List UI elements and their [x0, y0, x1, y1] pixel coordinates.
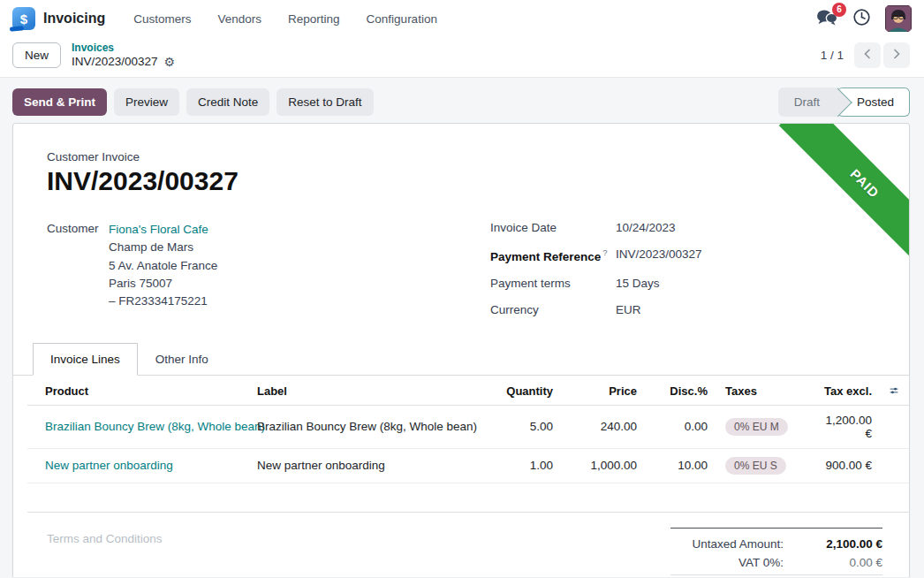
chevron-right-icon	[892, 49, 901, 62]
messages-button[interactable]: 6	[816, 9, 838, 29]
line-product-link[interactable]: New partner onboarding	[45, 459, 173, 472]
totals-divider	[670, 574, 882, 575]
breadcrumb-current: INV/2023/00327	[72, 55, 158, 69]
send-print-button[interactable]: Send & Print	[12, 88, 107, 116]
header-quantity[interactable]: Quantity	[487, 376, 562, 406]
untaxed-amount-value: 2,100.00 €	[784, 537, 882, 551]
control-panel: New Invoices INV/2023/00327 ⚙ 1 / 1	[0, 37, 924, 78]
line-product-link[interactable]: Brazilian Bouncy Brew (8kg, Whole bean)	[45, 420, 265, 433]
new-button[interactable]: New	[12, 42, 61, 68]
menu-customers[interactable]: Customers	[133, 12, 191, 26]
currency-value[interactable]: EUR	[616, 303, 875, 316]
menu-configuration[interactable]: Configuration	[367, 12, 437, 26]
breadcrumb-invoices-link[interactable]: Invoices	[72, 42, 175, 54]
invoice-line-row[interactable]: New partner onboarding New partner onboa…	[27, 448, 910, 483]
header-taxes[interactable]: Taxes	[716, 376, 809, 406]
customer-address-line: Paris 75007	[109, 275, 217, 293]
header-tax-excl[interactable]: Tax excl.	[809, 376, 881, 406]
line-label[interactable]: Brazilian Bouncy Brew (8kg, Whole bean)	[248, 405, 487, 448]
tab-invoice-lines[interactable]: Invoice Lines	[33, 343, 138, 376]
menu-reporting[interactable]: Reporting	[288, 12, 340, 26]
message-count-badge: 6	[832, 3, 846, 17]
activities-button[interactable]	[852, 8, 871, 29]
preview-button[interactable]: Preview	[114, 88, 179, 116]
app-name: Invoicing	[43, 11, 105, 27]
line-subtotal: 1,200.00 €	[809, 405, 881, 448]
table-header-row: Product Label Quantity Price Disc.% Taxe…	[27, 376, 910, 406]
totals-block: Untaxed Amount: 2,100.00 € VAT 0%: 0.00 …	[670, 528, 882, 578]
reset-to-draft-button[interactable]: Reset to Draft	[276, 88, 373, 116]
status-posted[interactable]: Posted	[837, 87, 910, 117]
gear-icon[interactable]: ⚙	[164, 56, 176, 68]
customer-address-line: 5 Av. Anatole France	[109, 257, 217, 275]
tax-badge[interactable]: 0% EU S	[725, 457, 786, 475]
chevron-left-icon	[863, 49, 872, 62]
line-quantity[interactable]: 5.00	[487, 405, 562, 448]
document-type-label: Customer Invoice	[47, 150, 875, 164]
line-subtotal: 900.00 €	[809, 448, 881, 483]
invoice-sheet: PAID Customer Invoice INV/2023/00327 Cus…	[12, 123, 910, 577]
terms-and-conditions-placeholder[interactable]: Terms and Conditions	[47, 532, 163, 578]
clock-icon	[852, 8, 871, 29]
help-question-icon: ?	[602, 247, 607, 257]
currency-label: Currency	[490, 303, 616, 316]
invoice-number: INV/2023/00327	[47, 166, 875, 196]
line-disc[interactable]: 10.00	[646, 448, 716, 483]
vat-label: VAT 0%:	[738, 556, 784, 569]
header-price[interactable]: Price	[562, 376, 646, 406]
customer-field-label: Customer	[47, 221, 109, 316]
pager-next-button[interactable]	[883, 42, 910, 68]
app-brand[interactable]: $ Invoicing	[12, 7, 105, 30]
optional-columns-icon[interactable]	[890, 384, 902, 397]
credit-note-button[interactable]: Credit Note	[186, 88, 269, 116]
notebook-tabs: Invoice Lines Other Info	[13, 343, 909, 376]
top-navbar: $ Invoicing Customers Vendors Reporting …	[0, 0, 924, 37]
tax-badge[interactable]: 0% EU M	[725, 418, 788, 436]
payment-terms-value[interactable]: 15 Days	[616, 277, 875, 290]
invoice-lines-table: Product Label Quantity Price Disc.% Taxe…	[27, 376, 910, 483]
menu-vendors[interactable]: Vendors	[218, 12, 262, 26]
main-menu: Customers Vendors Reporting Configuratio…	[133, 12, 437, 26]
line-price[interactable]: 240.00	[562, 405, 646, 448]
customer-name-link[interactable]: Fiona's Floral Cafe	[109, 221, 217, 239]
line-label[interactable]: New partner onboarding	[248, 448, 487, 483]
user-avatar[interactable]	[885, 5, 912, 32]
breadcrumb: Invoices INV/2023/00327 ⚙	[72, 42, 175, 69]
pager-count: 1 / 1	[821, 49, 844, 62]
untaxed-amount-label: Untaxed Amount:	[692, 537, 784, 551]
header-disc[interactable]: Disc.%	[646, 376, 716, 406]
invoice-date-value[interactable]: 10/24/2023	[616, 221, 875, 234]
table-empty-space[interactable]	[27, 483, 910, 513]
tab-other-info[interactable]: Other Info	[138, 343, 226, 376]
action-buttons-row: Send & Print Preview Credit Note Reset t…	[12, 87, 910, 117]
line-quantity[interactable]: 1.00	[487, 448, 562, 483]
customer-address-line: Champ de Mars	[109, 239, 217, 256]
line-disc[interactable]: 0.00	[646, 405, 716, 448]
customer-address-line: – FR23334175221	[109, 293, 217, 310]
pager-previous-button[interactable]	[854, 42, 881, 68]
invoice-line-row[interactable]: Brazilian Bouncy Brew (8kg, Whole bean) …	[27, 405, 910, 448]
invoicing-app-icon: $	[12, 7, 35, 30]
header-label[interactable]: Label	[248, 376, 487, 406]
statusbar: Draft Posted	[778, 87, 910, 117]
invoice-date-label: Invoice Date	[490, 221, 616, 234]
payment-terms-label: Payment terms	[490, 277, 616, 290]
payment-reference-value[interactable]: INV/2023/00327	[616, 247, 875, 263]
form-view: Send & Print Preview Credit Note Reset t…	[0, 78, 924, 578]
line-price[interactable]: 1,000.00	[562, 448, 646, 483]
header-product[interactable]: Product	[27, 376, 248, 406]
payment-reference-label: Payment Reference?	[490, 247, 616, 263]
vat-value: 0.00 €	[784, 556, 882, 569]
